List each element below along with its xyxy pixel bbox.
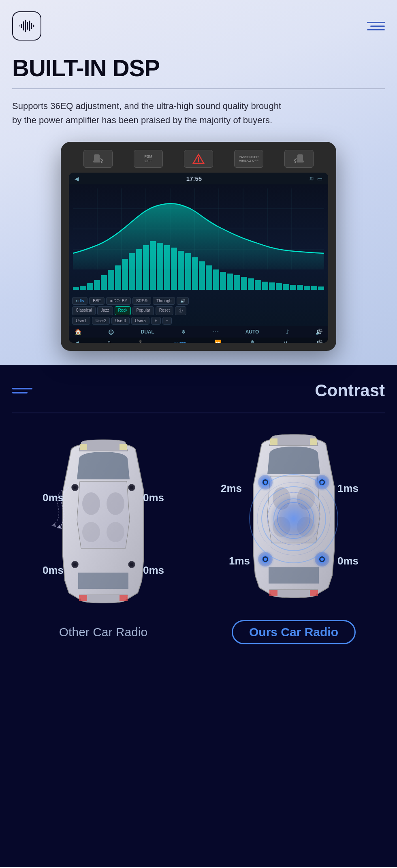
bottom-nav-bar: 🏠 ⏻ DUAL ❄ 〰 AUTO ⤴ 🔊 [69,326,328,338]
eq-bar-item [192,257,198,290]
contrast-header: Contrast [12,381,385,400]
eq-bar-item [283,284,289,290]
cars-comparison: 0ms 0ms 0ms 0ms [12,434,385,644]
eq-bar-item [227,274,233,290]
eq-bar-item [276,283,282,290]
eq-bar-item [87,283,93,290]
eq-bar-item [304,286,310,290]
car-item-ours: 2ms 1ms 1ms 0ms [203,434,385,644]
top-section: BUILT-IN DSP Supports 36EQ adjustment, a… [0,0,397,365]
dash-btn-psm: PSMOFF [134,150,163,168]
dash-btn-passenger: PASSENGERAIRBAG OFF [234,150,263,168]
dash-btn-warning [184,150,213,168]
hamburger-menu-icon[interactable] [367,22,385,30]
title-divider [12,88,385,89]
contrast-title: Contrast [315,381,385,400]
car-unit-container: PSMOFF PASSENGERAIRBAG OFF [12,142,385,351]
eq-bar-item [101,275,107,290]
ours-car-label[interactable]: Ours Car Radio [232,620,356,644]
screen-time: 17:55 [186,175,202,182]
description-text: Supports 36EQ adjustment, and the ultra-… [12,99,288,127]
eq-bar-item [164,245,170,290]
other-car-label: Other Car Radio [59,625,147,639]
dash-btn-seat-left [83,150,113,168]
svg-point-10 [101,161,102,163]
other-top-right-ms: 0ms [143,492,164,504]
eq-bar-item [136,249,142,290]
logo-icon [12,11,41,41]
eq-bar-item [297,285,303,290]
eq-bar-item [199,261,205,290]
dash-btn-seat-right [284,150,314,168]
eq-bar-item [318,286,324,290]
screen-header: ◀ 17:55 ≋ ▭ [69,173,328,184]
eq-bar-item [115,265,121,290]
eq-bar-item [150,241,156,290]
svg-rect-9 [93,160,100,162]
eq-bar-item [80,286,86,290]
eq-bars [69,241,328,290]
eq-bar-item [248,278,254,290]
eq-bar-item [73,287,79,290]
dash-buttons-row: PSMOFF PASSENGERAIRBAG OFF [69,150,328,168]
eq-bar-item [269,282,275,290]
eq-bar-item [262,282,268,290]
page-title: BUILT-IN DSP [12,55,385,81]
other-bot-left-ms: 0ms [43,564,64,577]
eq-bar-item [122,259,128,290]
eq-bar-item [171,248,177,290]
ours-bot-right-ms: 0ms [337,555,359,567]
eq-bar-item [129,253,135,290]
eq-bar-item [290,285,296,290]
contrast-lines-icon [12,388,32,393]
top-bar [12,11,385,41]
eq-bar-item [94,280,100,290]
bottom-controls-row2: ◀ 0 📞 〰〰 ⏩ 🎙 0 🔊 [69,338,328,343]
contrast-line-2 [12,392,28,393]
eq-bar-item [185,253,191,290]
eq-bar-item [206,265,212,290]
svg-rect-15 [297,160,304,162]
other-top-left-ms: 0ms [43,492,64,504]
time-labels-other: 0ms 0ms 0ms 0ms [47,439,160,609]
eq-bar-item [143,245,149,290]
car-item-other: 0ms 0ms 0ms 0ms [12,439,194,639]
svg-point-16 [295,161,296,163]
svg-point-13 [198,161,199,162]
contrast-line-1 [12,388,32,389]
eq-bar-item [234,275,240,290]
ours-bot-left-ms: 1ms [229,555,250,567]
eq-bar-item [220,272,226,290]
eq-bar-item [157,243,163,290]
bottom-section: Contrast 0ms 0ms 0ms 0ms [0,365,397,867]
eq-bar-item [255,280,261,290]
other-bot-right-ms: 0ms [143,564,164,577]
car-unit-frame: PSMOFF PASSENGERAIRBAG OFF [61,142,336,351]
car-top-view-ours: 2ms 1ms 1ms 0ms [237,434,350,604]
time-labels-ours: 2ms 1ms 1ms 0ms [237,434,350,604]
contrast-divider [12,413,385,413]
eq-bar-item [178,251,184,290]
eq-bar-item [241,277,247,290]
ours-top-left-ms: 2ms [221,482,242,495]
waveform-svg [18,17,36,35]
dsp-screen: ◀ 17:55 ≋ ▭ [69,173,328,343]
ours-top-right-ms: 1ms [337,482,359,495]
eq-bar-item [213,269,219,290]
car-top-view-other: 0ms 0ms 0ms 0ms [47,439,160,609]
eq-display: ●dts BBE ◉DOLBY SRS® Through 🔊 [69,184,328,326]
eq-bar-item [108,270,114,290]
eq-bar-item [311,286,317,290]
